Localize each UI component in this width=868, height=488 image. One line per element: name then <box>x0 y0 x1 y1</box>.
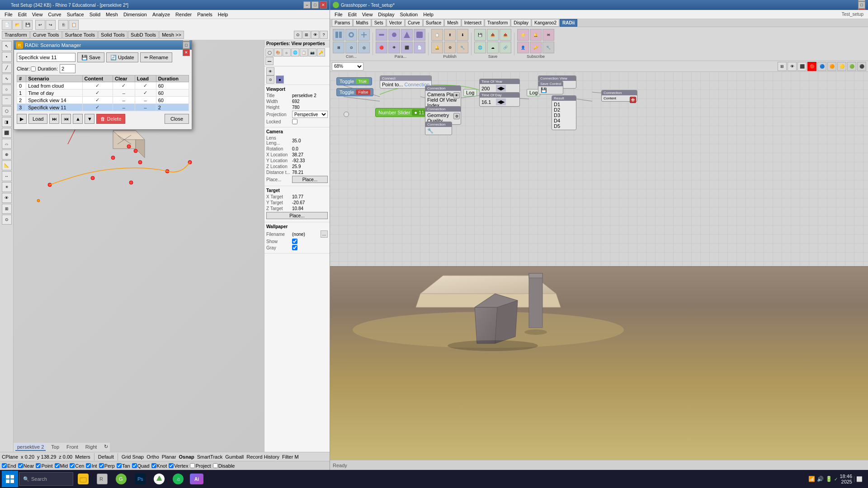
gh-maximize-btn[interactable]: □ <box>858 1 865 9</box>
snap-knot[interactable]: Knot <box>151 463 167 469</box>
taskbar-rhino[interactable]: R <box>93 471 111 487</box>
menu-dimension[interactable]: Dimension <box>121 10 150 19</box>
close-scenario-btn[interactable]: Close <box>165 114 189 124</box>
tool-poly[interactable]: ⬡ <box>2 106 12 116</box>
taskbar-photoshop[interactable]: Ps <box>131 471 149 487</box>
rhino-minimize-btn[interactable]: – <box>303 1 311 9</box>
tool-select[interactable]: ↖ <box>2 41 12 51</box>
gh-btn-param4[interactable] <box>414 29 425 41</box>
gh-tab-mesh[interactable]: Mesh <box>444 19 461 27</box>
node-save-control[interactable]: Save Control 💾 <box>538 81 563 94</box>
tool-arc[interactable]: ⌒ <box>2 95 12 105</box>
node-connection-content[interactable]: Connection Content <box>601 90 637 102</box>
rename-scenario-btn[interactable]: ✏ Rename <box>140 52 173 62</box>
gh-menu-edit[interactable]: Edit <box>345 10 359 19</box>
zoom-fit-btn[interactable]: ⊞ <box>778 62 787 71</box>
tool-snap2[interactable]: ⊙ <box>2 215 12 225</box>
scenario-table-row[interactable]: 2 Specifick view 14 ✓ – – 60 <box>17 97 189 104</box>
zoom-in-btn[interactable]: 👁 <box>788 62 797 71</box>
gh-tab-display[interactable]: Display <box>511 19 531 27</box>
scenario-dialog-restore[interactable]: □ <box>183 42 190 49</box>
scenario-name-input[interactable] <box>17 53 75 62</box>
tb-snap[interactable]: ⊙ <box>294 31 302 39</box>
tool-boolean[interactable]: ⊕ <box>2 150 12 160</box>
gh-tab-transform[interactable]: Transform <box>485 19 510 27</box>
node-time-year[interactable]: Time Of Year 200◀▶ <box>479 79 520 93</box>
gh-btn-pub1[interactable]: 📋 <box>431 29 443 41</box>
taskbar-music[interactable]: ♫ <box>169 471 187 487</box>
taskbar-file-explorer[interactable] <box>74 471 92 487</box>
gh-toolbar-btn4[interactable]: 🟢 <box>847 62 856 71</box>
snap-vertex[interactable]: Vertex <box>169 463 188 469</box>
props-btn-key[interactable]: 🔑 <box>317 48 325 56</box>
gh-render-viewport[interactable] <box>330 266 868 460</box>
tab-curve-tools[interactable]: Curve Tools <box>30 31 62 39</box>
props-btn-obj[interactable]: ◯ <box>265 48 274 56</box>
gh-btn-save5[interactable]: ☁ <box>487 42 499 53</box>
props-btn-layer[interactable]: 📋 <box>300 48 308 56</box>
snap-int[interactable]: Int <box>86 463 97 469</box>
taskbar-search[interactable]: 🔍 Search <box>19 472 73 486</box>
node-log1[interactable]: Log <box>463 89 477 96</box>
menu-view[interactable]: View <box>29 10 46 19</box>
snap-end[interactable]: End <box>2 463 16 469</box>
props-btn-light[interactable]: ☼ <box>283 48 291 56</box>
snap-project[interactable]: Project <box>190 463 211 469</box>
gh-toolbar-btn2[interactable]: 🟠 <box>827 62 836 71</box>
start-button[interactable] <box>2 471 18 487</box>
gh-btn-connect3[interactable] <box>358 29 370 41</box>
clear-checkbox[interactable] <box>31 66 36 71</box>
delete-scenario-btn[interactable]: 🗑 Delete <box>96 114 125 124</box>
gh-btn-connect2[interactable] <box>345 29 357 41</box>
gh-tab-intersect[interactable]: Intersect <box>462 19 484 27</box>
gh-btn-param1[interactable] <box>376 29 387 41</box>
snap-point[interactable]: Point <box>36 463 52 469</box>
gh-tab-radii[interactable]: RADii <box>560 19 577 27</box>
menu-solid[interactable]: Solid <box>87 10 103 19</box>
gh-btn-sub4[interactable]: 👤 <box>517 42 529 53</box>
gh-btn-save3[interactable]: 📤 <box>500 29 511 41</box>
ortho-label[interactable]: Ortho <box>146 454 159 460</box>
node-connect[interactable]: Connect Point to... Connection <box>380 75 432 89</box>
gh-toolbar-btn5[interactable]: ⚫ <box>857 62 866 71</box>
node-circle-small[interactable] <box>344 112 349 117</box>
tab-solid-tools[interactable]: Solid Tools <box>98 31 127 39</box>
tool-render[interactable]: ☀ <box>2 182 12 192</box>
menu-help[interactable]: Help <box>215 10 231 19</box>
menu-analyze[interactable]: Analyze <box>150 10 173 19</box>
menu-surface[interactable]: Surface <box>64 10 87 19</box>
time-display[interactable]: 18:46 2025 <box>840 474 852 484</box>
tray-volume[interactable]: 🔊 <box>817 476 824 482</box>
skip-to-end-btn[interactable]: ⏭ <box>49 114 59 124</box>
gh-btn-connect4[interactable]: ⊞ <box>333 42 344 53</box>
save-scenario-btn[interactable]: 💾 Save <box>77 52 104 62</box>
zoom-eye-btn[interactable]: ⬛ <box>797 62 807 71</box>
gh-toolbar-btn1[interactable]: 🔵 <box>817 62 826 71</box>
target-location-btn[interactable]: Place... <box>266 212 328 219</box>
node-number-slider[interactable]: Number Slider ● 11 <box>375 108 429 117</box>
props-btn-mat[interactable]: 🎨 <box>274 48 282 56</box>
snap-cen[interactable]: Cen <box>70 463 84 469</box>
tb-copy[interactable]: ⎘ <box>58 20 68 30</box>
props-btn-env[interactable]: 🌐 <box>291 48 299 56</box>
tool-extrude[interactable]: ⬛ <box>2 128 12 138</box>
snap-perp[interactable]: Perp <box>99 463 115 469</box>
gray-checkbox[interactable] <box>292 245 297 250</box>
grid-snap-label[interactable]: Grid Snap <box>122 454 144 460</box>
gh-tab-vector[interactable]: Vector <box>387 19 405 27</box>
gh-btn-save6[interactable]: 🔗 <box>500 42 511 53</box>
gh-btn-sub3[interactable]: ✉ <box>542 29 554 41</box>
snap-tan[interactable]: Tan <box>117 463 130 469</box>
vp-tab-persektive[interactable]: persektive 2 <box>15 444 46 451</box>
gh-tab-params[interactable]: Params <box>332 19 353 27</box>
props-btn-more[interactable]: ••• <box>265 57 274 65</box>
zoom-alert-btn[interactable]: 🔴 <box>807 62 816 71</box>
node-toggle-true[interactable]: Toggle True <box>336 77 372 85</box>
gumball-label[interactable]: Gumball <box>225 454 244 460</box>
gh-menu-view[interactable]: View <box>359 10 376 19</box>
menu-render[interactable]: Render <box>173 10 194 19</box>
tab-mesh[interactable]: Mesh >> <box>159 31 184 39</box>
gh-btn-pub2[interactable]: ⬆ <box>444 29 456 41</box>
gh-btn-connect6[interactable]: ◎ <box>358 42 370 53</box>
ai-button[interactable]: Ai <box>188 474 205 484</box>
